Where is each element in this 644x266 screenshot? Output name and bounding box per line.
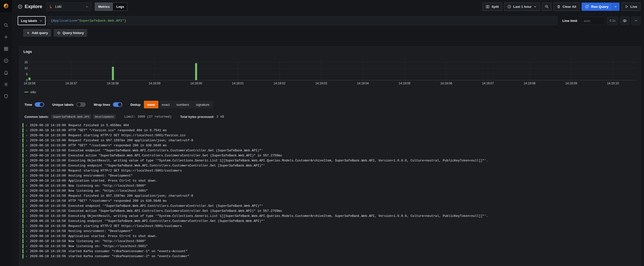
log-expand-chevron-icon[interactable]: › xyxy=(26,174,27,177)
log-row[interactable]: ›2020-06-18 14:18:58Request finished in … xyxy=(22,194,637,198)
log-row[interactable]: ›2020-06-18 14:18:58Executing ObjectResu… xyxy=(22,214,637,218)
log-row[interactable]: ›2020-06-18 14:19:00Request starting HTT… xyxy=(22,133,637,138)
log-expand-chevron-icon[interactable]: › xyxy=(26,139,27,142)
log-row[interactable]: ›2020-06-18 14:19:00Application started.… xyxy=(22,179,637,183)
gridline-v xyxy=(613,59,613,80)
log-row[interactable]: ›2020-06-18 14:19:00Request starting HTT… xyxy=(22,169,637,173)
toggle-wrap-lines[interactable]: Wrap lines xyxy=(94,102,122,107)
toggle-unique-labels[interactable]: Unique labels xyxy=(52,102,86,107)
grafana-logo[interactable] xyxy=(0,0,12,12)
live-button[interactable]: Live xyxy=(622,3,640,11)
log-labels-button[interactable]: Log labels xyxy=(18,16,46,25)
log-row[interactable]: ›2020-06-18 14:19:00Now listening on: "h… xyxy=(22,184,637,188)
hide-query-button[interactable] xyxy=(620,17,629,25)
log-row[interactable]: ›2020-06-18 14:18:58HTTP "GET" "/custome… xyxy=(22,199,637,203)
log-expand-chevron-icon[interactable]: › xyxy=(26,245,27,248)
log-row[interactable]: ›2020-06-18 14:19:00Hosting environment:… xyxy=(22,174,637,178)
tab-logs[interactable]: Logs xyxy=(113,3,127,11)
log-expand-chevron-icon[interactable]: › xyxy=(26,184,27,187)
run-query-dropdown[interactable] xyxy=(612,3,619,11)
clear-all-button[interactable]: Clear All xyxy=(554,3,579,11)
log-expand-chevron-icon[interactable]: › xyxy=(26,210,27,213)
log-row[interactable]: ›2020-06-18 14:18:58Request starting HTT… xyxy=(22,224,637,228)
datasource-picker[interactable]: Loki xyxy=(46,3,91,11)
log-expand-chevron-icon[interactable]: › xyxy=(26,230,27,233)
histogram-bar-14:19:00[interactable] xyxy=(195,63,197,80)
log-expand-chevron-icon[interactable]: › xyxy=(26,250,27,253)
log-row[interactable]: ›2020-06-18 14:18:56started Kafka consum… xyxy=(22,249,637,253)
log-row[interactable]: ›2020-06-18 14:19:00Request finished in … xyxy=(22,138,637,143)
log-expand-chevron-icon[interactable]: › xyxy=(26,255,27,258)
log-expand-chevron-icon[interactable]: › xyxy=(26,134,27,137)
log-row[interactable]: ›2020-06-18 14:19:00Executed endpoint '"… xyxy=(22,148,637,153)
split-button[interactable]: Split xyxy=(482,3,502,11)
log-expand-chevron-icon[interactable]: › xyxy=(26,179,27,182)
log-row[interactable]: ›2020-06-18 14:18:56started Kafka consum… xyxy=(22,254,637,258)
log-row[interactable]: ›2020-06-18 14:19:00Executing endpoint '… xyxy=(22,163,637,168)
histogram-plot-area[interactable] xyxy=(29,59,637,80)
log-expand-chevron-icon[interactable]: › xyxy=(26,189,27,192)
log-timestamp: 2020-06-18 14:19:00 xyxy=(30,139,66,142)
log-expand-chevron-icon[interactable]: › xyxy=(26,124,27,127)
log-row[interactable]: ›2020-06-18 14:18:58Executed endpoint '"… xyxy=(22,204,637,208)
settings-gear-icon[interactable] xyxy=(4,82,9,87)
dedup-option-numbers[interactable]: numbers xyxy=(173,101,193,108)
log-row[interactable]: ›2020-06-18 14:18:58Executing endpoint '… xyxy=(22,219,637,223)
add-query-button[interactable]: Add query xyxy=(23,29,51,37)
dedup-option-signature[interactable]: signature xyxy=(193,101,212,108)
log-expand-chevron-icon[interactable]: › xyxy=(26,154,27,157)
log-expand-chevron-icon[interactable]: › xyxy=(26,149,27,152)
query-expression-input[interactable]: {Application="SuperSafeBank.Web.API"} xyxy=(48,16,557,25)
log-expand-chevron-icon[interactable]: › xyxy=(26,235,27,238)
log-row[interactable]: ›2020-06-18 14:19:00Executed action "Sup… xyxy=(22,153,637,158)
gridline-v xyxy=(405,59,405,80)
search-icon[interactable] xyxy=(4,23,9,28)
log-expand-chevron-icon[interactable]: › xyxy=(26,220,27,223)
toggle-switch[interactable] xyxy=(113,102,122,107)
alerting-bell-icon[interactable] xyxy=(4,70,9,75)
log-row[interactable]: ›2020-06-18 14:19:00HTTP "GET" "/favicon… xyxy=(22,128,637,132)
log-timestamp: 2020-06-18 14:18:58 xyxy=(30,204,66,208)
add-icon[interactable] xyxy=(4,35,9,40)
log-expand-chevron-icon[interactable]: › xyxy=(26,215,27,218)
toggle-switch[interactable] xyxy=(35,102,44,107)
remove-query-button[interactable] xyxy=(631,17,640,25)
security-shield-icon[interactable] xyxy=(4,94,9,99)
tab-metrics[interactable]: Metrics xyxy=(95,3,113,11)
legend-series-label[interactable]: info xyxy=(30,90,36,94)
log-row[interactable]: ›2020-06-18 14:18:58Now listening on: "h… xyxy=(22,239,637,243)
log-row[interactable]: ›2020-06-18 14:19:00Request finished in … xyxy=(22,123,637,127)
log-expand-chevron-icon[interactable]: › xyxy=(26,205,27,208)
log-row[interactable]: ›2020-06-18 14:18:58Application started.… xyxy=(22,234,637,238)
dedup-option-none[interactable]: none xyxy=(144,101,159,108)
log-row[interactable]: ›2020-06-18 14:19:00Now listening on: "h… xyxy=(22,189,637,193)
run-query-button[interactable]: Run Query xyxy=(581,3,620,11)
log-row[interactable]: ›2020-06-18 14:19:00HTTP "GET" "/custome… xyxy=(22,143,637,148)
gridline-v xyxy=(71,59,71,80)
x-tick-label: 14:19:06 xyxy=(440,82,452,85)
histogram-bar-14:18:58[interactable] xyxy=(112,67,114,80)
log-expand-chevron-icon[interactable]: › xyxy=(26,194,27,197)
log-expand-chevron-icon[interactable]: › xyxy=(26,144,27,147)
log-expand-chevron-icon[interactable]: › xyxy=(26,159,27,162)
query-history-button[interactable]: Query history xyxy=(54,29,87,37)
log-row[interactable]: ›2020-06-18 14:18:58Now listening on: "h… xyxy=(22,244,637,248)
log-row[interactable]: ›2020-06-18 14:18:58Hosting environment:… xyxy=(22,229,637,233)
log-expand-chevron-icon[interactable]: › xyxy=(26,225,27,228)
log-row[interactable]: ›2020-06-18 14:18:58Executed action "Sup… xyxy=(22,209,637,213)
log-expand-chevron-icon[interactable]: › xyxy=(26,200,27,203)
log-expand-chevron-icon[interactable]: › xyxy=(26,129,27,132)
time-range-picker[interactable]: Last 1 hour xyxy=(504,3,540,11)
zoom-out-button[interactable] xyxy=(542,3,551,11)
log-expand-chevron-icon[interactable]: › xyxy=(26,164,27,167)
histogram-bar-14:18:56[interactable] xyxy=(28,78,30,80)
log-expand-chevron-icon[interactable]: › xyxy=(26,240,27,243)
dashboards-icon[interactable] xyxy=(4,46,9,51)
explore-compass-icon[interactable] xyxy=(4,58,9,63)
toggle-switch[interactable] xyxy=(76,102,86,107)
dedup-option-exact[interactable]: exact xyxy=(159,101,173,108)
log-expand-chevron-icon[interactable]: › xyxy=(26,169,27,172)
toggle-time[interactable]: Time xyxy=(24,102,44,107)
line-limit-input[interactable]: auto xyxy=(581,17,605,25)
log-row[interactable]: ›2020-06-18 14:19:00Executing ObjectResu… xyxy=(22,158,637,163)
